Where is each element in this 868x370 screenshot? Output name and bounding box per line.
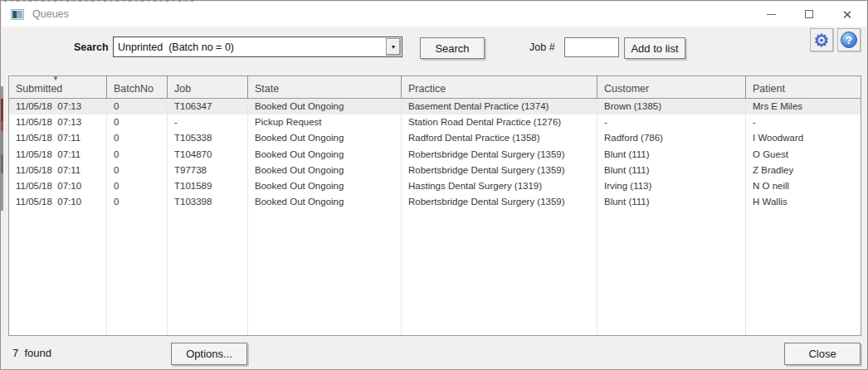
table-row[interactable]: 11/05/18 07:130-Pickup RequestStation Ro… — [9, 114, 861, 130]
table-row[interactable]: 11/05/18 07:110T105338Booked Out Ongoing… — [9, 130, 861, 146]
cell: Booked Out Ongoing — [248, 178, 402, 194]
cell: - — [597, 114, 746, 130]
search-filter-value: Unprinted (Batch no = 0) — [114, 41, 386, 53]
cell: N O neill — [746, 178, 861, 194]
cell: 11/05/18 07:10 — [9, 194, 107, 210]
app-icon — [11, 9, 24, 20]
column-header-job[interactable]: Job — [168, 76, 248, 98]
cell: Basement Dental Practice (1374) — [402, 99, 597, 114]
cell: 11/05/18 07:11 — [9, 130, 107, 146]
cell: 11/05/18 07:13 — [9, 99, 107, 114]
result-count: 7 found — [12, 347, 51, 359]
column-header-state[interactable]: State — [248, 76, 402, 98]
cell: 11/05/18 07:13 — [9, 114, 107, 130]
cell: Blunt (111) — [597, 147, 746, 163]
cell: Booked Out Ongoing — [248, 163, 402, 178]
queues-dialog: Queues ✕ Search Unprinted (Batch no = 0)… — [0, 0, 868, 370]
maximize-button[interactable] — [790, 2, 828, 27]
cell: - — [746, 114, 861, 130]
background-window-fragment-left — [1, 86, 3, 211]
cell: Mrs E Miles — [746, 99, 861, 114]
table-header-row: Submitted▼BatchNoJobStatePracticeCustome… — [9, 76, 861, 99]
queues-table: Submitted▼BatchNoJobStatePracticeCustome… — [8, 75, 861, 336]
cell: H Wallis — [746, 194, 861, 210]
cell: T104870 — [168, 147, 248, 163]
close-window-button[interactable]: ✕ — [828, 2, 866, 27]
cell: Radford (786) — [597, 130, 746, 146]
options-button[interactable]: Options... — [171, 343, 247, 365]
help-button[interactable]: ? — [837, 28, 861, 51]
cell: T97738 — [168, 163, 248, 178]
titlebar: Queues ✕ — [2, 2, 866, 27]
window-title: Queues — [32, 8, 69, 20]
table-body: 11/05/18 07:130T106347Booked Out Ongoing… — [9, 99, 861, 210]
sort-indicator-icon: ▼ — [52, 76, 59, 82]
column-header-patient[interactable]: Patient — [746, 76, 861, 98]
window-controls: ✕ — [752, 2, 866, 27]
close-button[interactable]: Close — [784, 343, 861, 365]
cell: 0 — [107, 163, 168, 178]
column-header-customer[interactable]: Customer — [597, 76, 746, 98]
cell: O Guest — [746, 147, 861, 163]
cell: Robertsbridge Dental Surgery (1359) — [402, 163, 597, 178]
cell: Z Bradley — [746, 163, 861, 178]
settings-button[interactable]: ⚙ — [810, 28, 833, 51]
search-button[interactable]: Search — [420, 37, 485, 59]
cell: Pickup Request — [248, 114, 402, 130]
cell: Irving (113) — [597, 178, 746, 194]
dropdown-arrow-button[interactable]: ▼ — [386, 38, 401, 56]
table-row[interactable]: 11/05/18 07:100T101589Booked Out Ongoing… — [9, 178, 861, 194]
cell: Blunt (111) — [597, 194, 746, 210]
cell: Booked Out Ongoing — [248, 194, 402, 210]
minimize-button[interactable] — [752, 2, 790, 27]
cell: 0 — [107, 178, 168, 194]
cell: Booked Out Ongoing — [248, 130, 402, 146]
cell: T101589 — [168, 178, 248, 194]
cell: 0 — [107, 114, 168, 130]
cell: Robertsbridge Dental Surgery (1359) — [402, 194, 597, 210]
table-row[interactable]: 11/05/18 07:130T106347Booked Out Ongoing… — [9, 99, 861, 114]
cell: 0 — [107, 130, 168, 146]
cell: - — [168, 114, 248, 130]
table-row[interactable]: 11/05/18 07:110T97738Booked Out OngoingR… — [9, 163, 861, 178]
search-filter-dropdown[interactable]: Unprinted (Batch no = 0) ▼ — [113, 37, 402, 57]
cell: 11/05/18 07:11 — [9, 163, 107, 178]
close-icon: ✕ — [842, 8, 853, 21]
job-number-label: Job # — [529, 41, 555, 53]
cell: Booked Out Ongoing — [248, 147, 402, 163]
table-row[interactable]: 11/05/18 07:100T103398Booked Out Ongoing… — [9, 194, 861, 210]
cell: 11/05/18 07:10 — [9, 178, 107, 194]
column-header-practice[interactable]: Practice — [402, 76, 597, 98]
cell: Radford Dental Practice (1358) — [402, 130, 597, 146]
cell: T106347 — [168, 99, 248, 114]
table-row[interactable]: 11/05/18 07:110T104870Booked Out Ongoing… — [9, 147, 861, 163]
column-header-submitted[interactable]: Submitted▼ — [9, 76, 107, 98]
cell: Robertsbridge Dental Surgery (1359) — [402, 147, 597, 163]
cell: Booked Out Ongoing — [248, 99, 402, 114]
cell: 0 — [107, 99, 168, 114]
cell: Station Road Dental Practice (1276) — [402, 114, 597, 130]
minimize-icon — [767, 14, 776, 15]
cell: Brown (1385) — [597, 99, 746, 114]
cell: Blunt (111) — [597, 163, 746, 178]
cell: 0 — [107, 147, 168, 163]
help-icon: ? — [841, 32, 857, 48]
cell: I Woodward — [746, 130, 861, 146]
maximize-icon — [805, 10, 813, 18]
cell: Hastings Dental Surgery (1319) — [402, 178, 597, 194]
chevron-down-icon: ▼ — [391, 44, 397, 50]
search-label: Search — [74, 41, 109, 53]
cell: 11/05/18 07:11 — [9, 147, 107, 163]
add-to-list-button[interactable]: Add to list — [624, 37, 685, 59]
job-number-input[interactable] — [564, 37, 619, 57]
cell: T105338 — [168, 130, 248, 146]
gear-icon: ⚙ — [814, 32, 830, 49]
cell: T103398 — [168, 194, 248, 210]
cell: 0 — [107, 194, 168, 210]
column-header-batchno[interactable]: BatchNo — [107, 76, 168, 98]
